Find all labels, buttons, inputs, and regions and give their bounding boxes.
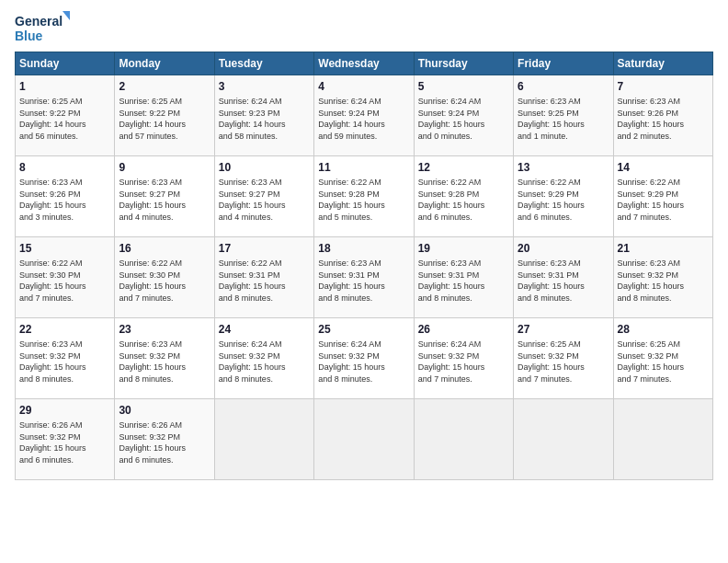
calendar-day-cell: 10Sunrise: 6:23 AM Sunset: 9:27 PM Dayli… <box>214 156 313 237</box>
calendar-day-cell: 3Sunrise: 6:24 AM Sunset: 9:23 PM Daylig… <box>214 75 313 156</box>
day-info: Sunrise: 6:24 AM Sunset: 9:32 PM Dayligh… <box>318 339 409 385</box>
column-header-friday: Friday <box>514 52 613 75</box>
day-number: 18 <box>318 241 409 256</box>
page: General Blue SundayMondayTuesdayWednesda… <box>0 0 728 563</box>
calendar-header: SundayMondayTuesdayWednesdayThursdayFrid… <box>16 52 713 75</box>
calendar-day-cell <box>314 399 414 480</box>
calendar-day-cell: 8Sunrise: 6:23 AM Sunset: 9:26 PM Daylig… <box>16 156 115 237</box>
day-number: 4 <box>318 79 409 94</box>
day-number: 23 <box>119 322 210 337</box>
logo-svg: General Blue <box>15 11 70 44</box>
day-number: 24 <box>219 322 310 337</box>
calendar-day-cell: 27Sunrise: 6:25 AM Sunset: 9:32 PM Dayli… <box>514 318 613 399</box>
day-number: 2 <box>119 79 210 94</box>
calendar-day-cell: 30Sunrise: 6:26 AM Sunset: 9:32 PM Dayli… <box>115 399 214 480</box>
calendar-week-row: 8Sunrise: 6:23 AM Sunset: 9:26 PM Daylig… <box>16 156 713 237</box>
calendar-day-cell: 22Sunrise: 6:23 AM Sunset: 9:32 PM Dayli… <box>16 318 115 399</box>
day-info: Sunrise: 6:22 AM Sunset: 9:30 PM Dayligh… <box>19 258 110 304</box>
day-number: 26 <box>418 322 509 337</box>
day-number: 1 <box>19 79 110 94</box>
calendar-day-cell: 19Sunrise: 6:23 AM Sunset: 9:31 PM Dayli… <box>414 237 513 318</box>
day-info: Sunrise: 6:23 AM Sunset: 9:26 PM Dayligh… <box>19 177 110 223</box>
day-number: 6 <box>518 79 609 94</box>
day-number: 14 <box>618 160 709 175</box>
calendar-day-cell: 18Sunrise: 6:23 AM Sunset: 9:31 PM Dayli… <box>314 237 414 318</box>
calendar-week-row: 22Sunrise: 6:23 AM Sunset: 9:32 PM Dayli… <box>16 318 713 399</box>
calendar-day-cell <box>414 399 513 480</box>
day-number: 29 <box>19 403 110 418</box>
calendar-day-cell: 7Sunrise: 6:23 AM Sunset: 9:26 PM Daylig… <box>613 75 712 156</box>
day-info: Sunrise: 6:26 AM Sunset: 9:32 PM Dayligh… <box>19 419 110 465</box>
calendar-week-row: 29Sunrise: 6:26 AM Sunset: 9:32 PM Dayli… <box>16 399 713 480</box>
day-info: Sunrise: 6:25 AM Sunset: 9:22 PM Dayligh… <box>19 96 110 142</box>
day-number: 3 <box>219 79 310 94</box>
day-number: 11 <box>318 160 409 175</box>
day-info: Sunrise: 6:23 AM Sunset: 9:31 PM Dayligh… <box>418 258 509 304</box>
day-info: Sunrise: 6:23 AM Sunset: 9:32 PM Dayligh… <box>618 258 709 304</box>
day-number: 16 <box>119 241 210 256</box>
day-info: Sunrise: 6:23 AM Sunset: 9:31 PM Dayligh… <box>518 258 609 304</box>
calendar-day-cell: 2Sunrise: 6:25 AM Sunset: 9:22 PM Daylig… <box>115 75 214 156</box>
day-number: 7 <box>618 79 709 94</box>
calendar-day-cell: 1Sunrise: 6:25 AM Sunset: 9:22 PM Daylig… <box>16 75 115 156</box>
day-number: 8 <box>19 160 110 175</box>
day-info: Sunrise: 6:23 AM Sunset: 9:32 PM Dayligh… <box>119 339 210 385</box>
day-info: Sunrise: 6:24 AM Sunset: 9:23 PM Dayligh… <box>219 96 310 142</box>
day-info: Sunrise: 6:24 AM Sunset: 9:32 PM Dayligh… <box>418 339 509 385</box>
day-number: 17 <box>219 241 310 256</box>
day-number: 25 <box>318 322 409 337</box>
calendar-day-cell: 12Sunrise: 6:22 AM Sunset: 9:28 PM Dayli… <box>414 156 513 237</box>
day-number: 13 <box>518 160 609 175</box>
svg-text:Blue: Blue <box>15 29 43 43</box>
calendar-day-cell: 26Sunrise: 6:24 AM Sunset: 9:32 PM Dayli… <box>414 318 513 399</box>
calendar-day-cell: 17Sunrise: 6:22 AM Sunset: 9:31 PM Dayli… <box>214 237 313 318</box>
calendar-day-cell: 20Sunrise: 6:23 AM Sunset: 9:31 PM Dayli… <box>514 237 613 318</box>
day-info: Sunrise: 6:22 AM Sunset: 9:31 PM Dayligh… <box>219 258 310 304</box>
calendar-day-cell: 21Sunrise: 6:23 AM Sunset: 9:32 PM Dayli… <box>613 237 712 318</box>
day-info: Sunrise: 6:22 AM Sunset: 9:28 PM Dayligh… <box>418 177 509 223</box>
day-info: Sunrise: 6:23 AM Sunset: 9:31 PM Dayligh… <box>318 258 409 304</box>
calendar-week-row: 1Sunrise: 6:25 AM Sunset: 9:22 PM Daylig… <box>16 75 713 156</box>
calendar-day-cell <box>613 399 712 480</box>
day-info: Sunrise: 6:23 AM Sunset: 9:27 PM Dayligh… <box>119 177 210 223</box>
column-header-sunday: Sunday <box>16 52 115 75</box>
calendar-week-row: 15Sunrise: 6:22 AM Sunset: 9:30 PM Dayli… <box>16 237 713 318</box>
day-number: 5 <box>418 79 509 94</box>
day-number: 30 <box>119 403 210 418</box>
column-header-saturday: Saturday <box>613 52 712 75</box>
column-header-thursday: Thursday <box>414 52 513 75</box>
calendar-day-cell: 4Sunrise: 6:24 AM Sunset: 9:24 PM Daylig… <box>314 75 414 156</box>
calendar-day-cell: 14Sunrise: 6:22 AM Sunset: 9:29 PM Dayli… <box>613 156 712 237</box>
calendar-day-cell: 5Sunrise: 6:24 AM Sunset: 9:24 PM Daylig… <box>414 75 513 156</box>
day-number: 10 <box>219 160 310 175</box>
svg-text:General: General <box>15 14 63 29</box>
logo: General Blue <box>15 11 70 44</box>
calendar-day-cell: 25Sunrise: 6:24 AM Sunset: 9:32 PM Dayli… <box>314 318 414 399</box>
day-info: Sunrise: 6:25 AM Sunset: 9:32 PM Dayligh… <box>518 339 609 385</box>
day-number: 9 <box>119 160 210 175</box>
day-number: 21 <box>618 241 709 256</box>
calendar-day-cell: 16Sunrise: 6:22 AM Sunset: 9:30 PM Dayli… <box>115 237 214 318</box>
column-header-wednesday: Wednesday <box>314 52 414 75</box>
day-number: 22 <box>19 322 110 337</box>
calendar-day-cell: 13Sunrise: 6:22 AM Sunset: 9:29 PM Dayli… <box>514 156 613 237</box>
calendar-day-cell: 29Sunrise: 6:26 AM Sunset: 9:32 PM Dayli… <box>16 399 115 480</box>
day-info: Sunrise: 6:23 AM Sunset: 9:32 PM Dayligh… <box>19 339 110 385</box>
day-info: Sunrise: 6:22 AM Sunset: 9:29 PM Dayligh… <box>618 177 709 223</box>
day-number: 27 <box>518 322 609 337</box>
calendar-day-cell <box>214 399 313 480</box>
column-header-tuesday: Tuesday <box>214 52 313 75</box>
calendar-day-cell: 6Sunrise: 6:23 AM Sunset: 9:25 PM Daylig… <box>514 75 613 156</box>
day-number: 28 <box>618 322 709 337</box>
day-info: Sunrise: 6:24 AM Sunset: 9:32 PM Dayligh… <box>219 339 310 385</box>
calendar-day-cell: 23Sunrise: 6:23 AM Sunset: 9:32 PM Dayli… <box>115 318 214 399</box>
calendar-day-cell <box>514 399 613 480</box>
day-info: Sunrise: 6:25 AM Sunset: 9:22 PM Dayligh… <box>119 96 210 142</box>
calendar-day-cell: 9Sunrise: 6:23 AM Sunset: 9:27 PM Daylig… <box>115 156 214 237</box>
svg-marker-2 <box>63 11 70 20</box>
day-info: Sunrise: 6:23 AM Sunset: 9:25 PM Dayligh… <box>518 96 609 142</box>
day-number: 20 <box>518 241 609 256</box>
day-number: 15 <box>19 241 110 256</box>
day-info: Sunrise: 6:22 AM Sunset: 9:30 PM Dayligh… <box>119 258 210 304</box>
day-info: Sunrise: 6:24 AM Sunset: 9:24 PM Dayligh… <box>418 96 509 142</box>
